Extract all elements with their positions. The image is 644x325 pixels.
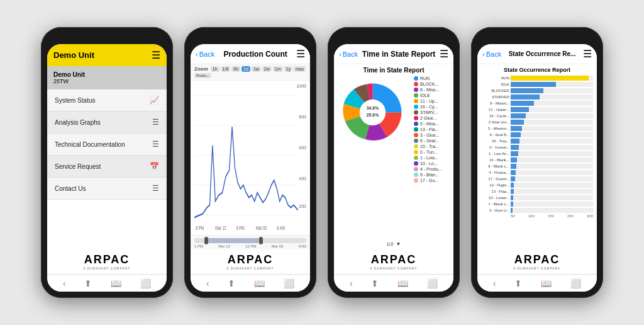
hamburger-icon-2[interactable]: ☰ (296, 48, 305, 60)
menu-items: System Status 📈 Analysis Graphs ☰ Techni… (47, 89, 167, 249)
menu-item-analysis-graphs[interactable]: Analysis Graphs ☰ (47, 111, 167, 134)
back-nav-icon-2[interactable]: ‹ (206, 278, 209, 288)
legend-4prod: 4 - Produ... (414, 167, 451, 171)
back-button-2[interactable]: ‹ Back (196, 50, 214, 58)
bar-label-8miss: 8 - Missin... (481, 101, 509, 105)
legend-label-2glue: 2 Glue... (420, 116, 436, 120)
hamburger-icon-4[interactable]: ☰ (583, 48, 592, 60)
hamburger-icon-3[interactable]: ☰ (440, 48, 448, 60)
book-icon-2[interactable]: 📖 (254, 278, 265, 288)
legend-13fla: 13 - Fla... (414, 127, 451, 132)
pie-chart-svg: 34.8% 25.6% (336, 76, 409, 149)
bar-label-starved: STARVED (481, 95, 509, 99)
zoom-1d[interactable]: 1d (242, 66, 250, 72)
book-icon-4[interactable]: 📖 (541, 278, 552, 288)
bar-label-idle: IDLE (481, 83, 509, 86)
legend-label-run: RUN (420, 76, 430, 81)
share-icon-3[interactable]: ⬆ (371, 278, 379, 288)
legend-dot-3glue (414, 133, 418, 137)
zoom-1h[interactable]: 1h (211, 66, 219, 72)
y-label-400: 400 (299, 176, 306, 181)
arpac-sub-3: A DURAVANT COMPANY (370, 266, 417, 270)
legend-dot-11up (414, 99, 418, 103)
menu-item-system-status[interactable]: System Status 📈 (47, 89, 167, 111)
bar-track-14blank (511, 157, 593, 162)
bar-track-9blank (511, 164, 593, 169)
bar-row-5miss: 5 - Mission... (481, 126, 593, 131)
zoom-2w[interactable]: 2w (262, 66, 272, 72)
legend-dot-run (414, 76, 418, 81)
bar-label-13flap: 13 - Flap... (481, 190, 509, 193)
x-label-50: 50 (511, 214, 515, 218)
phone-4: ‹ Back State Occurrence Re... ☰ State Oc… (471, 27, 603, 298)
x-axis-labels: 50 100 150 200 300 (481, 214, 593, 218)
zoom-1y[interactable]: 1y (284, 66, 292, 72)
copy-icon-4[interactable]: ⬜ (570, 278, 581, 288)
legend-16cy: 16 - Cy... (414, 105, 451, 109)
svg-text:34.8%: 34.8% (367, 106, 379, 110)
bottom-bar-3: ‹ ⬆ 📖 ⬜ (334, 274, 453, 292)
x-label-150: 150 (548, 214, 554, 218)
legend-1low: 1 - Low... (414, 156, 451, 160)
menu-item-label-2: Analysis Graphs (55, 119, 101, 126)
chevron-left-icon-3: ‹ (339, 50, 341, 58)
back-nav-icon-4[interactable]: ‹ (493, 278, 496, 288)
legend-label-3glue: 3 - Glue... (420, 133, 440, 137)
copy-icon-3[interactable]: ⬜ (427, 278, 438, 288)
book-icon-1[interactable]: 📖 (111, 278, 121, 288)
line-chart-area: 1000 800 600 400 200 (191, 81, 310, 235)
zoom-6h[interactable]: 6h (231, 66, 240, 72)
arpac-sub-1: A DURAVANT COMPANY (83, 266, 130, 270)
share-icon-2[interactable]: ⬆ (228, 278, 235, 288)
zoom-bar: Zoom 1h 1/8 6h 1d 1w 2w 1m 1y max Produ.… (191, 64, 310, 81)
back-nav-icon-1[interactable]: ‹ (63, 278, 66, 288)
bar-row-0tunnel: 0 - Tunnel... (481, 145, 593, 150)
hamburger-icon-1[interactable]: ☰ (152, 49, 160, 61)
back-nav-icon-3[interactable]: ‹ (350, 278, 353, 288)
bottom-bar-4: ‹ ⬆ 📖 ⬜ (477, 274, 597, 292)
bar-row-17guard: 17 - Guard... (481, 176, 593, 181)
phone-2: ‹ Back Production Count ☰ Zoom 1h 1/8 6h… (184, 27, 316, 298)
legend-label-starved: STARV... (420, 110, 438, 115)
legend-dot-idle (414, 93, 418, 98)
bar-track-5miss (511, 126, 593, 131)
menu-item-service-request[interactable]: Service Request 📅 (47, 156, 167, 178)
zoom-1m[interactable]: 1m (273, 66, 283, 72)
share-icon-1[interactable]: ⬆ (84, 278, 92, 288)
copy-icon-1[interactable]: ⬜ (140, 278, 151, 288)
share-icon-4[interactable]: ⬆ (514, 278, 522, 288)
legend-5miss: 5 - Miss... (414, 122, 451, 126)
legend-label-9blan: 9 - Blan... (420, 173, 439, 177)
back-button-4[interactable]: ‹ Back (482, 50, 501, 58)
zoom-1/8[interactable]: 1/8 (221, 66, 231, 72)
book-icon-3[interactable]: 📖 (397, 278, 408, 288)
logo-area-4: ARPAC A DURAVANT COMPANY (477, 249, 597, 274)
zoom-1w[interactable]: 1w (252, 66, 261, 72)
pie-screen: Time in State Report (334, 64, 453, 249)
phone-1: Demo Unit ☰ Demo Unit 25TW System Status… (41, 27, 173, 298)
page-down-icon[interactable]: ▼ (396, 241, 401, 247)
menu-item-technical-docs[interactable]: Technical Documentation ☰ (47, 134, 167, 156)
bar-fill-13flap (511, 189, 514, 194)
chevron-left-icon-2: ‹ (196, 50, 198, 58)
legend-dot-0tun (414, 150, 418, 154)
zoom-max[interactable]: max (294, 66, 306, 72)
bar-fill-starved (511, 94, 540, 100)
bar-fill-5miss (511, 126, 522, 131)
copy-icon-2[interactable]: ⬜ (284, 278, 294, 288)
list-icon-2: ☰ (152, 118, 159, 127)
bar-row-4prod: 4 - Produc... (481, 170, 593, 175)
bottom-bar-1: ‹ ⬆ 📖 ⬜ (47, 274, 167, 292)
zoom-produ[interactable]: Produ... (194, 73, 211, 78)
y-label-1000: 1000 (296, 84, 306, 88)
slider-bar[interactable]: 1 PM Mar 12 12 PM Mar 03 4AM (191, 235, 310, 249)
bar-label-14blank: 14 - Blank... (481, 158, 509, 162)
legend-dot-16cy (414, 105, 418, 109)
arpac-logo-1: ARPAC (84, 253, 130, 266)
menu-item-contact-us[interactable]: Contact Us ☰ (47, 178, 167, 200)
back-button-3[interactable]: ‹ Back (339, 50, 358, 58)
bar-track-16cycle (511, 113, 593, 118)
logo-area-2: ARPAC A DURAVANT COMPANY (191, 249, 310, 274)
chevron-left-icon-4: ‹ (482, 50, 485, 58)
bar-row-10lower: 10 - Lower... (481, 195, 593, 200)
